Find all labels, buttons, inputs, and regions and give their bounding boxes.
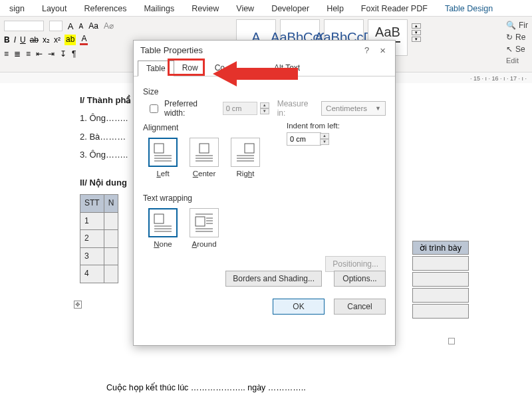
align-right-label: Right: [237, 170, 255, 178]
align-right-option[interactable]: [231, 138, 260, 167]
svg-rect-12: [154, 214, 164, 223]
indent-spinner[interactable]: ▲▼: [320, 133, 329, 145]
dec-indent-icon[interactable]: ⇤: [36, 49, 43, 59]
highlight-icon[interactable]: ab: [65, 35, 76, 45]
tab-alttext-props[interactable]: Alt Text: [265, 60, 309, 76]
doc-table-right: ời trình bày: [411, 239, 470, 320]
clearformat-icon[interactable]: A⌀: [104, 21, 114, 31]
measure-in-label: Measure in:: [277, 99, 317, 118]
dialog-tabs: Table Row Co Alt Text: [134, 60, 395, 76]
cursor-icon: ↖: [506, 45, 513, 54]
wrap-around-option[interactable]: [190, 208, 219, 237]
ribbon-tabs: sign Layout References Mailings Review V…: [0, 0, 532, 16]
tab-mailings[interactable]: Mailings: [140, 1, 178, 16]
preferred-width-spinner: ▲▼: [260, 102, 269, 114]
changecase-icon[interactable]: Aa: [88, 21, 98, 31]
table-move-handle-icon[interactable]: ✥: [74, 301, 82, 309]
multilevel-icon[interactable]: ≡: [26, 49, 31, 59]
numbering-icon[interactable]: ≣: [14, 49, 21, 59]
svg-rect-16: [196, 217, 205, 226]
indent-from-left: Indent from left: ▲▼: [287, 122, 340, 146]
bullets-icon[interactable]: ≡: [4, 49, 9, 59]
bold-icon[interactable]: B: [4, 35, 10, 45]
positioning-button: Positioning...: [325, 256, 386, 272]
strikethrough-icon[interactable]: ab: [30, 35, 39, 45]
search-icon: 🔍: [506, 21, 516, 30]
th-n: N: [104, 194, 118, 212]
font-selector[interactable]: [4, 21, 44, 31]
ruler-ticks: · 15 · ı · 16 · ı · 17 · ı ·: [470, 75, 527, 82]
wrap-around-label: Around: [192, 240, 216, 248]
tab-foxit[interactable]: Foxit Reader PDF: [357, 1, 432, 16]
wrap-section: Text wrapping: [143, 194, 386, 203]
preferred-width-label: Preferred width:: [164, 99, 219, 118]
find-button[interactable]: 🔍Fir: [506, 21, 528, 30]
indent-input[interactable]: [287, 132, 321, 146]
editing-label: Edit: [506, 57, 528, 65]
measure-in-select: Centimeters▼: [321, 101, 386, 116]
wrap-none-option[interactable]: [148, 208, 178, 237]
ribbon-font-group: A A Aa A⌀ B I U ab x₂ x² ab A ≡ ≣ ≡ ⇤ ⇥ …: [4, 21, 114, 59]
size-section: Size: [143, 87, 386, 96]
svg-rect-8: [245, 144, 254, 153]
table-row[interactable]: 2: [80, 230, 104, 248]
chevron-down-icon: ▼: [375, 105, 381, 112]
styles-expand-icon[interactable]: ▴ ▾ ▾: [412, 23, 421, 42]
cancel-button[interactable]: Cancel: [334, 299, 386, 315]
tab-developer[interactable]: Developer: [267, 1, 313, 16]
options-button[interactable]: Options...: [334, 271, 386, 287]
select-button[interactable]: ↖Se: [506, 45, 528, 54]
table-row[interactable]: 4: [80, 265, 104, 283]
th-trinhbay: ời trình bày: [412, 241, 469, 255]
wrap-none-label: None: [154, 240, 172, 248]
tab-help[interactable]: Help: [323, 1, 348, 16]
tab-references[interactable]: References: [80, 1, 130, 16]
borders-shading-button[interactable]: Borders and Shading...: [225, 271, 322, 287]
subscript-icon[interactable]: x₂: [43, 35, 50, 45]
superscript-icon[interactable]: x²: [54, 35, 61, 45]
doc-table[interactable]: STTN 1 2 3 4: [80, 194, 118, 283]
table-properties-dialog: Table Properties ? × Table Row Co Alt Te…: [133, 40, 396, 346]
preferred-width-checkbox[interactable]: [150, 104, 158, 113]
tab-view[interactable]: View: [232, 1, 258, 16]
inc-indent-icon[interactable]: ⇥: [48, 49, 55, 59]
svg-rect-0: [154, 144, 164, 153]
alignment-section: Alignment: [143, 123, 386, 132]
doc-heading-1: I/ Thành phầ: [80, 95, 131, 105]
doc-closing: Cuộc họp kết thúc lúc ……………….. ngày ……………: [106, 382, 306, 392]
decrease-font-icon[interactable]: A: [79, 23, 84, 30]
paragraph-icon[interactable]: ¶: [72, 49, 76, 59]
tab-layout[interactable]: Layout: [38, 1, 71, 16]
tab-design[interactable]: sign: [5, 1, 29, 16]
table-row[interactable]: 1: [80, 212, 104, 230]
fontcolor-icon[interactable]: A: [80, 34, 88, 45]
align-left-label: Left: [156, 170, 169, 178]
close-icon[interactable]: ×: [377, 45, 388, 56]
tab-cell-props[interactable]: [233, 60, 266, 76]
underline-icon[interactable]: U: [20, 35, 26, 45]
table-resize-handle-icon[interactable]: [448, 338, 455, 344]
editing-group: 🔍Fir ↻Re ↖Se Edit: [506, 21, 528, 67]
sort-icon[interactable]: ↧: [60, 49, 66, 59]
doc-heading-2: II/ Nội dung: [80, 178, 127, 188]
align-center-label: Center: [193, 170, 216, 178]
ok-button[interactable]: OK: [273, 299, 325, 315]
align-left-option[interactable]: [148, 138, 178, 167]
svg-rect-4: [200, 144, 209, 153]
align-center-option[interactable]: [190, 138, 219, 167]
indent-label: Indent from left:: [287, 122, 340, 130]
increase-font-icon[interactable]: A: [68, 21, 74, 31]
dialog-title: Table Properties: [140, 45, 203, 55]
tab-table-design[interactable]: Table Design: [441, 1, 497, 16]
replace-button[interactable]: ↻Re: [506, 33, 528, 42]
preferred-width-input: [223, 102, 257, 115]
tab-review[interactable]: Review: [188, 1, 223, 16]
italic-icon[interactable]: I: [14, 35, 16, 45]
tab-column-props[interactable]: Co: [206, 60, 233, 76]
row-tab-highlight: [168, 59, 205, 76]
th-stt: STT: [80, 194, 104, 212]
replace-icon: ↻: [506, 33, 513, 42]
dialog-help-icon[interactable]: ?: [364, 45, 369, 55]
table-row[interactable]: 3: [80, 247, 104, 265]
font-size[interactable]: [49, 21, 63, 31]
